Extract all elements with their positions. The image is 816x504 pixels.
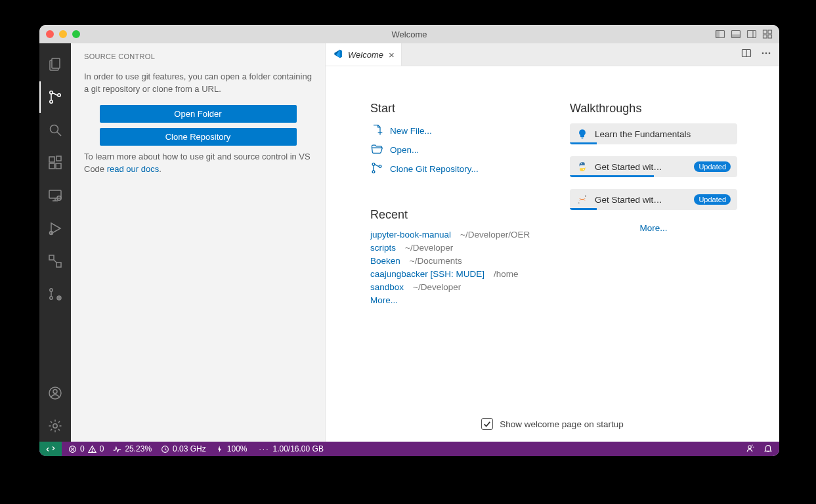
open-folder-icon <box>370 142 383 158</box>
svg-rect-44 <box>582 138 584 138</box>
activity-testing[interactable] <box>39 245 71 277</box>
minimize-window-button[interactable] <box>59 30 67 38</box>
activity-explorer[interactable] <box>39 49 71 80</box>
tab-welcome[interactable]: Welcome × <box>326 43 402 66</box>
activity-search[interactable] <box>39 114 71 146</box>
svg-point-48 <box>578 202 580 203</box>
vscode-icon <box>332 49 343 61</box>
svg-rect-7 <box>768 30 772 33</box>
activity-extensions[interactable] <box>39 147 71 178</box>
activity-run-debug[interactable] <box>39 213 71 244</box>
svg-point-46 <box>583 169 584 171</box>
start-new-file[interactable]: New File... <box>370 123 544 138</box>
split-editor-icon[interactable] <box>741 48 752 61</box>
start-open[interactable]: Open... <box>370 142 544 158</box>
walkthrough-progress <box>570 208 597 210</box>
start-heading: Start <box>370 102 544 116</box>
activity-accounts[interactable] <box>39 377 71 409</box>
svg-rect-19 <box>56 156 61 161</box>
walkthrough-progress <box>570 175 654 177</box>
activity-remote-explorer[interactable] <box>39 180 71 211</box>
title-bar-layout-controls <box>715 29 779 39</box>
status-bar: 0 0 25.23% 0.03 GHz 100% ··· <box>39 442 779 456</box>
svg-point-12 <box>50 100 53 103</box>
show-on-startup-label: Show welcome page on startup <box>500 419 623 429</box>
walkthrough-fundamentals[interactable]: Learn the Fundamentals <box>570 123 737 144</box>
title-bar: Welcome <box>39 25 779 43</box>
python-icon <box>576 161 588 173</box>
scm-learn-more-text: To learn more about how to use git and s… <box>84 151 312 176</box>
svg-point-30 <box>50 297 53 299</box>
svg-rect-26 <box>49 255 54 260</box>
svg-point-55 <box>748 445 752 448</box>
customize-layout-icon[interactable] <box>762 29 773 39</box>
walkthroughs-more-link[interactable]: More... <box>639 223 667 233</box>
recent-more-link[interactable]: More... <box>370 295 398 305</box>
svg-rect-16 <box>49 157 54 162</box>
svg-point-41 <box>372 163 375 165</box>
start-clone-git[interactable]: Clone Git Repository... <box>370 161 544 177</box>
toggle-primary-sidebar-icon[interactable] <box>715 29 725 39</box>
walkthrough-jupyter[interactable]: Get Started wit… Updated <box>570 189 737 210</box>
traffic-lights <box>46 30 80 38</box>
svg-rect-3 <box>732 35 741 38</box>
status-notifications-icon[interactable] <box>763 444 773 455</box>
toggle-secondary-sidebar-icon[interactable] <box>746 29 757 39</box>
svg-point-11 <box>50 91 53 94</box>
editor-area: Welcome × <box>326 43 779 442</box>
tab-close-button[interactable]: × <box>389 50 395 60</box>
toggle-panel-icon[interactable] <box>731 29 741 39</box>
read-our-docs-link[interactable]: read our docs <box>107 164 160 174</box>
svg-point-34 <box>53 390 57 394</box>
svg-rect-17 <box>49 163 54 169</box>
editor-actions <box>733 43 779 66</box>
welcome-page: Start New File... Open... <box>326 66 779 442</box>
recent-item[interactable]: scripts~/Developer <box>370 243 544 253</box>
activity-gitlens[interactable] <box>39 278 71 310</box>
status-memory[interactable]: ··· 1.00/16.00 GB <box>256 444 323 453</box>
svg-point-42 <box>372 171 375 173</box>
status-cpu-freq[interactable]: 0.03 GHz <box>161 444 206 453</box>
status-remote-button[interactable] <box>39 442 62 456</box>
recent-item[interactable]: jupyter-book-manual~/Developer/OER <box>370 230 544 240</box>
recent-item[interactable]: sandbox~/Developer <box>370 282 544 292</box>
more-actions-icon[interactable] <box>761 48 771 61</box>
jupyter-icon <box>576 194 588 205</box>
sidebar-header: SOURCE CONTROL <box>71 43 325 64</box>
svg-point-47 <box>585 196 586 197</box>
status-problems[interactable]: 0 0 <box>68 444 104 453</box>
svg-line-15 <box>57 132 61 136</box>
svg-point-43 <box>379 165 381 168</box>
zoom-window-button[interactable] <box>72 30 80 38</box>
activity-settings[interactable] <box>39 410 71 442</box>
recent-item[interactable]: Boeken~/Documents <box>370 256 544 266</box>
svg-point-14 <box>51 125 58 133</box>
activity-bar <box>39 43 71 442</box>
recent-item[interactable]: caajungbacker [SSH: MUDE]/home <box>370 269 544 279</box>
status-battery[interactable]: 100% <box>215 444 247 453</box>
svg-point-40 <box>769 52 771 54</box>
git-branch-icon <box>370 161 383 177</box>
status-feedback-icon[interactable] <box>745 444 754 455</box>
svg-rect-28 <box>56 262 61 267</box>
scm-intro-text: In order to use git features, you can op… <box>84 71 312 96</box>
status-cpu[interactable]: 25.23% <box>113 444 152 453</box>
open-folder-button[interactable]: Open Folder <box>100 105 297 123</box>
svg-rect-18 <box>56 163 61 169</box>
close-window-button[interactable] <box>46 30 54 38</box>
updated-badge: Updated <box>694 161 731 172</box>
clone-repository-button[interactable]: Clone Repository <box>100 128 297 146</box>
show-on-startup-checkbox[interactable] <box>481 418 493 430</box>
updated-badge: Updated <box>694 194 731 205</box>
svg-point-13 <box>58 94 60 96</box>
ellipsis-icon: ··· <box>259 444 269 453</box>
activity-source-control[interactable] <box>39 81 71 113</box>
walkthrough-python[interactable]: Get Started wit… Updated <box>570 156 737 177</box>
app-window: Welcome <box>39 25 779 456</box>
svg-rect-9 <box>768 35 772 38</box>
tab-welcome-label: Welcome <box>348 50 383 60</box>
walkthroughs-heading: Walkthroughs <box>570 102 737 116</box>
svg-point-53 <box>92 451 93 452</box>
svg-point-29 <box>50 289 53 291</box>
lightbulb-icon <box>576 128 588 140</box>
